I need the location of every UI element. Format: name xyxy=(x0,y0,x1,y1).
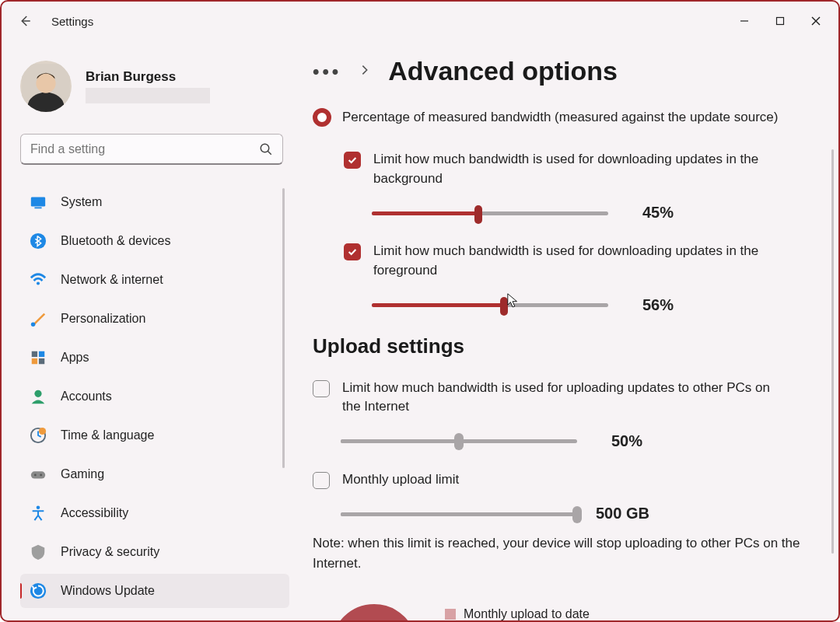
upload-bw-block: Limit how much bandwidth is used for upl… xyxy=(313,379,806,450)
search-icon xyxy=(259,142,273,156)
monthly-limit-slider[interactable] xyxy=(341,506,577,522)
nav-label: Time & language xyxy=(61,428,154,442)
svg-rect-15 xyxy=(39,351,44,357)
wifi-icon xyxy=(30,271,47,288)
sidebar-scrollbar[interactable] xyxy=(282,185,285,620)
svg-point-24 xyxy=(37,505,40,509)
sidebar-item-accessibility[interactable]: Accessibility xyxy=(20,496,289,530)
upload-bw-label: Limit how much bandwidth is used for upl… xyxy=(342,379,778,417)
chevron-right-icon xyxy=(359,64,371,79)
bluetooth-icon xyxy=(30,232,47,250)
upload-bw-value: 50% xyxy=(611,432,674,450)
shield-icon xyxy=(30,543,47,561)
fg-limit-slider[interactable] xyxy=(372,297,608,313)
svg-rect-16 xyxy=(32,358,37,364)
upload-note: Note: when this limit is reached, your d… xyxy=(313,533,806,573)
clock-globe-icon xyxy=(30,427,47,444)
person-icon xyxy=(30,388,47,405)
back-button[interactable] xyxy=(17,13,33,29)
upload-bw-checkbox[interactable] xyxy=(313,380,330,397)
legend-swatch xyxy=(445,609,456,620)
sidebar-item-accounts[interactable]: Accounts xyxy=(20,379,289,414)
monthly-limit-value: 500 GB xyxy=(596,505,658,522)
search-box[interactable] xyxy=(20,134,283,165)
gamepad-icon xyxy=(30,466,47,483)
svg-point-22 xyxy=(34,474,37,477)
sidebar-item-time-language[interactable]: Time & language xyxy=(20,418,289,453)
nav-label: System xyxy=(61,195,102,209)
close-button[interactable] xyxy=(798,9,834,33)
nav-label: Bluetooth & devices xyxy=(61,234,170,248)
sidebar: Brian Burgess System xyxy=(2,40,297,620)
sidebar-item-apps[interactable]: Apps xyxy=(20,341,289,375)
svg-point-12 xyxy=(37,282,40,285)
profile-block[interactable]: Brian Burgess xyxy=(20,61,289,112)
fg-limit-label: Limit how much bandwidth is used for dow… xyxy=(373,242,806,280)
accessibility-icon xyxy=(30,505,47,522)
legend-label: Monthly upload to date xyxy=(464,607,590,620)
svg-point-23 xyxy=(40,474,42,477)
breadcrumb: ••• Advanced options xyxy=(313,56,806,86)
fg-limit-checkbox[interactable] xyxy=(344,243,361,260)
nav-label: Privacy & security xyxy=(61,545,159,559)
breadcrumb-menu-icon[interactable]: ••• xyxy=(313,61,341,82)
svg-point-13 xyxy=(31,323,36,327)
content-scrollbar[interactable] xyxy=(831,149,834,554)
radio-icon xyxy=(313,108,331,127)
svg-rect-9 xyxy=(31,197,45,207)
maximize-button[interactable] xyxy=(762,9,798,33)
profile-email-redacted xyxy=(86,88,210,103)
sidebar-item-privacy[interactable]: Privacy & security xyxy=(20,535,289,569)
minimize-button[interactable] xyxy=(726,9,762,33)
svg-rect-14 xyxy=(32,351,37,357)
nav-label: Windows Update xyxy=(61,584,155,598)
page-title: Advanced options xyxy=(388,56,618,86)
avatar xyxy=(20,61,72,112)
bg-limit-slider[interactable] xyxy=(372,205,608,221)
upload-stats: Monthly upload to date xyxy=(331,604,806,620)
upload-ring-chart xyxy=(331,604,417,620)
update-icon xyxy=(30,582,47,599)
sidebar-item-gaming[interactable]: Gaming xyxy=(20,457,289,491)
sidebar-item-windows-update[interactable]: Windows Update xyxy=(20,574,289,608)
upload-bw-slider[interactable] xyxy=(341,433,577,449)
nav-label: Accounts xyxy=(61,390,112,404)
bg-limit-value: 45% xyxy=(642,204,705,222)
nav-label: Gaming xyxy=(61,467,104,481)
radio-label: Percentage of measured bandwidth (measur… xyxy=(342,110,778,125)
settings-window: Settings xyxy=(0,0,840,622)
sidebar-item-bluetooth[interactable]: Bluetooth & devices xyxy=(20,224,289,258)
sidebar-item-system[interactable]: System xyxy=(20,185,289,219)
nav-label: Personalization xyxy=(61,312,145,326)
paintbrush-icon xyxy=(30,310,47,327)
window-controls xyxy=(726,9,834,33)
nav-label: Apps xyxy=(61,351,89,365)
monthly-limit-block: Monthly upload limit 500 GB xyxy=(313,470,806,523)
app-title: Settings xyxy=(51,15,93,28)
nav-list: System Bluetooth & devices Network & int… xyxy=(20,185,289,620)
sidebar-item-personalization[interactable]: Personalization xyxy=(20,302,289,336)
monthly-limit-checkbox[interactable] xyxy=(313,472,330,489)
monthly-limit-label: Monthly upload limit xyxy=(342,470,459,490)
bg-limit-block: Limit how much bandwidth is used for dow… xyxy=(344,150,806,222)
bg-limit-checkbox[interactable] xyxy=(344,152,361,169)
svg-point-7 xyxy=(261,144,269,152)
content-pane: ••• Advanced options Percentage of measu… xyxy=(297,40,838,620)
search-input[interactable] xyxy=(30,142,259,156)
svg-point-18 xyxy=(34,390,41,397)
bandwidth-mode-radio[interactable]: Percentage of measured bandwidth (measur… xyxy=(313,108,806,127)
bg-limit-label: Limit how much bandwidth is used for dow… xyxy=(373,150,806,188)
apps-icon xyxy=(30,349,47,366)
sidebar-item-network[interactable]: Network & internet xyxy=(20,263,289,297)
svg-rect-10 xyxy=(34,207,41,208)
titlebar: Settings xyxy=(2,2,838,40)
nav-label: Network & internet xyxy=(61,273,163,287)
profile-name: Brian Burgess xyxy=(86,69,210,85)
svg-rect-17 xyxy=(39,358,44,364)
display-icon xyxy=(30,194,47,211)
svg-rect-21 xyxy=(31,471,45,478)
svg-point-20 xyxy=(39,428,46,435)
fg-limit-value: 56% xyxy=(642,296,705,314)
svg-rect-1 xyxy=(777,18,784,25)
svg-line-8 xyxy=(268,151,271,155)
